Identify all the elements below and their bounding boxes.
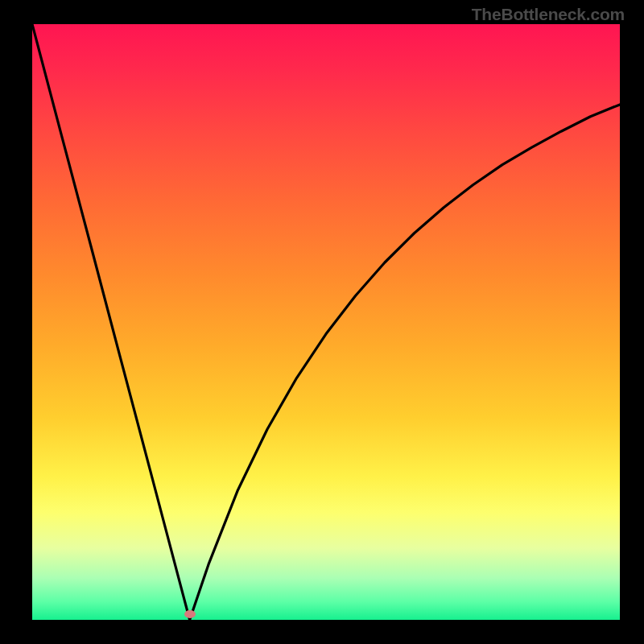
chart-stage: TheBottleneck.com: [0, 0, 644, 644]
highlight-marker: [184, 610, 196, 618]
attribution-text: TheBottleneck.com: [472, 5, 625, 24]
bottleneck-curve: [32, 24, 620, 620]
plot-area: [32, 24, 620, 620]
curve-layer: [32, 24, 620, 620]
